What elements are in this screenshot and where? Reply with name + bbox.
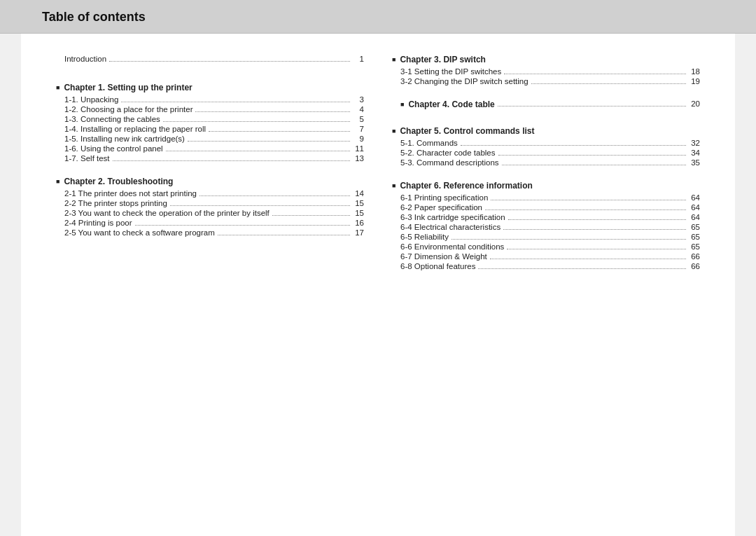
chapter5-title: Chapter 5. Control commands list <box>392 126 700 136</box>
list-item: 6-4 Electrical characteristics65 <box>392 223 700 231</box>
list-item: 1-1. Unpacking3 <box>56 95 364 104</box>
list-item: 6-7 Dimension & Weight66 <box>392 252 700 261</box>
chapter3-title: Chapter 3. DIP switch <box>392 55 700 64</box>
entry-label: 6-8 Optional features <box>400 262 475 270</box>
intro-dots <box>109 61 350 62</box>
entry-dots <box>135 225 350 226</box>
entry-dots <box>485 209 686 210</box>
entry-page: 17 <box>353 228 364 237</box>
entry-label: 1-4. Installing or replacing the paper r… <box>64 125 206 133</box>
list-item: 1-4. Installing or replacing the paper r… <box>56 125 364 133</box>
entry-label: 1-1. Unpacking <box>64 95 118 104</box>
entry-dots <box>502 165 686 165</box>
entry-page: 34 <box>689 149 700 157</box>
entry-dots <box>170 205 350 206</box>
chapter1-title: Chapter 1. Setting up the printer <box>56 83 364 92</box>
entry-page: 66 <box>689 262 700 270</box>
entry-dots <box>209 131 350 132</box>
content-area: Introduction 1 Chapter 1. Setting up the… <box>21 34 735 536</box>
chapter4-page: 20 <box>689 99 700 108</box>
entry-page: 19 <box>689 77 700 85</box>
entry-label: 6-5 Reliability <box>400 233 449 241</box>
chapter3-section: Chapter 3. DIP switch 3-1 Setting the DI… <box>392 55 700 87</box>
entry-dots <box>188 141 350 142</box>
chapter4-title: Chapter 4. Code table <box>400 99 495 109</box>
entry-page: 5 <box>353 115 364 123</box>
entry-label: 5-2. Character code tables <box>400 149 496 157</box>
entry-page: 35 <box>689 158 700 167</box>
entry-label: 1-2. Choosing a place for the printer <box>64 105 192 114</box>
chapter2-entries: 2-1 The printer does not start printing1… <box>56 189 364 237</box>
entry-dots <box>503 229 686 230</box>
list-item: 1-3. Connecting the cables5 <box>56 115 364 123</box>
entry-page: 7 <box>353 125 364 133</box>
chapter6-section: Chapter 6. Reference information 6-1 Pri… <box>392 181 700 272</box>
intro-entry: Introduction 1 <box>56 55 364 63</box>
chapter6-title: Chapter 6. Reference information <box>392 181 700 191</box>
entry-dots <box>504 74 686 74</box>
entry-dots <box>195 111 350 112</box>
entry-page: 32 <box>689 139 700 147</box>
list-item: 2-5 You want to check a software program… <box>56 228 364 237</box>
intro-label: Introduction <box>64 55 106 63</box>
entry-label: 1-3. Connecting the cables <box>64 115 160 123</box>
entry-dots <box>200 195 350 196</box>
chapter2-section: Chapter 2. Troubleshooting 2-1 The print… <box>56 177 364 238</box>
entry-label: 2-4 Printing is poor <box>64 219 132 227</box>
entry-label: 6-2 Paper specification <box>400 203 482 212</box>
entry-dots <box>113 160 350 161</box>
list-item: 3-1 Setting the DIP switches18 <box>392 67 700 76</box>
list-item: 2-2 The printer stops printing15 <box>56 199 364 207</box>
left-column: Introduction 1 Chapter 1. Setting up the… <box>56 55 364 515</box>
entry-label: 2-5 You want to check a software program <box>64 228 215 237</box>
chapter6-entries: 6-1 Printing specification646-2 Paper sp… <box>392 193 700 270</box>
entry-label: 6-1 Printing specification <box>400 193 488 202</box>
list-item: 5-3. Command descriptions35 <box>392 158 700 167</box>
entry-page: 65 <box>689 223 700 231</box>
entry-label: 2-3 You want to check the operation of t… <box>64 209 270 217</box>
entry-label: 3-1 Setting the DIP switches <box>400 67 501 76</box>
list-item: 1-7. Self test13 <box>56 154 364 163</box>
entry-dots <box>491 200 686 200</box>
chapter4-section: Chapter 4. Code table 20 <box>392 99 700 114</box>
list-item: 2-3 You want to check the operation of t… <box>56 209 364 217</box>
list-item: 6-8 Optional features66 <box>392 262 700 270</box>
entry-dots <box>507 249 686 249</box>
chapter1-section: Chapter 1. Setting up the printer 1-1. U… <box>56 83 364 164</box>
entry-label: 1-5. Installing new ink cartridge(s) <box>64 135 185 143</box>
entry-page: 65 <box>689 233 700 241</box>
entry-dots <box>478 268 686 269</box>
entry-page: 4 <box>353 105 364 114</box>
entry-label: 6-4 Electrical characteristics <box>400 223 500 231</box>
list-item: 2-1 The printer does not start printing1… <box>56 189 364 198</box>
list-item: 6-2 Paper specification64 <box>392 203 700 212</box>
entry-page: 11 <box>353 144 364 153</box>
list-item: 1-2. Choosing a place for the printer4 <box>56 105 364 114</box>
chapter3-entries: 3-1 Setting the DIP switches183-2 Changi… <box>392 67 700 85</box>
entry-page: 15 <box>353 199 364 207</box>
entry-label: 2-2 The printer stops printing <box>64 199 167 207</box>
entry-label: 2-1 The printer does not start printing <box>64 189 197 198</box>
right-column: Chapter 3. DIP switch 3-1 Setting the DI… <box>392 55 700 515</box>
entry-page: 66 <box>689 252 700 261</box>
entry-page: 64 <box>689 203 700 212</box>
chapter4-dots <box>498 106 686 106</box>
chapter5-entries: 5-1. Commands325-2. Character code table… <box>392 139 700 167</box>
list-item: 6-1 Printing specification64 <box>392 193 700 202</box>
entry-label: 1-6. Using the control panel <box>64 144 163 153</box>
entry-dots <box>218 235 350 235</box>
chapter4-entry: Chapter 4. Code table 20 <box>392 99 700 112</box>
intro-page: 1 <box>353 55 364 63</box>
entry-label: 6-6 Environmental conditions <box>400 242 504 251</box>
entry-label: 1-7. Self test <box>64 154 110 163</box>
list-item: 2-4 Printing is poor16 <box>56 219 364 227</box>
chapter2-title: Chapter 2. Troubleshooting <box>56 177 364 186</box>
entry-label: 6-3 Ink cartridge specification <box>400 213 505 221</box>
entry-dots <box>490 259 686 259</box>
entry-dots <box>166 151 350 151</box>
entry-page: 18 <box>689 67 700 76</box>
entry-page: 64 <box>689 193 700 202</box>
list-item: 6-5 Reliability65 <box>392 233 700 241</box>
entry-dots <box>461 145 686 146</box>
entry-dots <box>121 102 350 102</box>
